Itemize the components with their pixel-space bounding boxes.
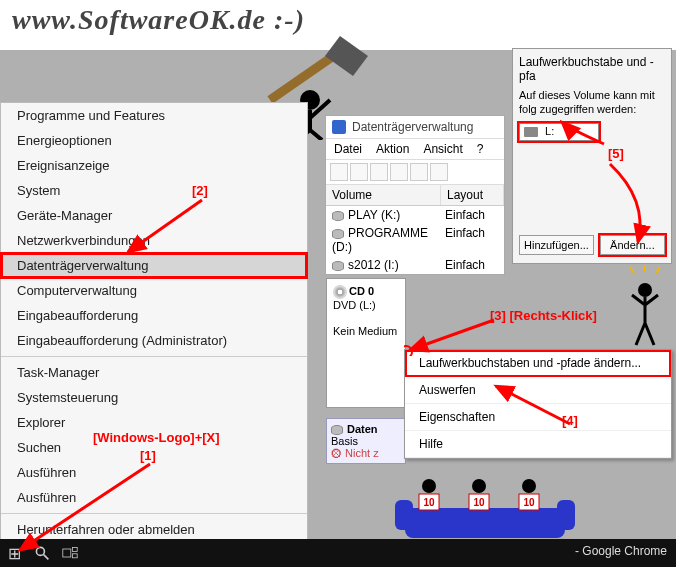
chrome-titlebar[interactable]: - Google Chrome (575, 544, 667, 558)
winx-run-2[interactable]: Ausführen (1, 485, 307, 510)
col-layout[interactable]: Layout (441, 185, 504, 205)
col-volume[interactable]: Volume (326, 185, 441, 205)
context-menu: Laufwerkbuchstaben und -pfade ändern... … (404, 349, 672, 459)
cd-title: CD 0 (349, 285, 374, 297)
menu-bar: Datei Aktion Ansicht ? (326, 138, 504, 160)
site-url: www.SoftwareOK.de :-) (12, 4, 305, 35)
svg-point-12 (422, 479, 436, 493)
volume-icon (332, 211, 344, 221)
winx-power-options[interactable]: Energieoptionen (1, 128, 307, 153)
winx-control-panel[interactable]: Systemsteuerung (1, 385, 307, 410)
change-button[interactable]: Ändern... (600, 235, 665, 255)
svg-line-5 (44, 555, 49, 560)
daten-sub: Basis (331, 435, 401, 447)
winx-system[interactable]: System (1, 178, 307, 203)
svg-rect-6 (63, 549, 71, 557)
winx-network-connections[interactable]: Netzwerkverbindungen (1, 228, 307, 253)
drive-letter: L: (545, 125, 554, 137)
svg-text:10: 10 (423, 497, 435, 508)
menu-action[interactable]: Aktion (376, 142, 409, 156)
svg-line-0 (270, 48, 345, 100)
stickfigures-couch: 10 10 10 (395, 478, 575, 548)
svg-rect-10 (395, 500, 413, 530)
separator (1, 513, 307, 514)
menu-view[interactable]: Ansicht (423, 142, 462, 156)
svg-rect-11 (557, 500, 575, 530)
disk-icon (331, 425, 343, 435)
drive-list-entry[interactable]: L: (519, 123, 599, 141)
svg-rect-13 (419, 494, 439, 510)
winx-event-viewer[interactable]: Ereignisanzeige (1, 153, 307, 178)
dialog-title: Laufwerkbuchstabe und -pfa (519, 55, 665, 83)
cd-drive-panel[interactable]: CD 0 DVD (L:) Kein Medium (326, 278, 406, 408)
svg-point-4 (36, 547, 44, 555)
tb-panes-icon[interactable] (390, 163, 408, 181)
cm-change-drive-letter[interactable]: Laufwerkbuchstaben und -pfade ändern... (405, 350, 671, 377)
daten-title: Daten (347, 423, 378, 435)
tb-refresh-icon[interactable] (370, 163, 388, 181)
winx-run[interactable]: Ausführen (1, 460, 307, 485)
cd-icon (333, 285, 347, 299)
winx-device-manager[interactable]: Geräte-Manager (1, 203, 307, 228)
drive-icon (524, 127, 538, 137)
disk-mgmt-window: Datenträgerverwaltung Datei Aktion Ansic… (325, 115, 505, 275)
cm-eject[interactable]: Auswerfen (405, 377, 671, 404)
cm-properties[interactable]: Eigenschaften (405, 404, 671, 431)
winx-cmd-admin[interactable]: Eingabeaufforderung (Administrator) (1, 328, 307, 353)
toolbar (326, 160, 504, 185)
svg-rect-9 (405, 508, 565, 538)
cm-help[interactable]: Hilfe (405, 431, 671, 458)
svg-rect-8 (72, 554, 77, 558)
search-icon[interactable] (28, 539, 56, 567)
svg-text:10: 10 (473, 497, 485, 508)
table-row[interactable]: PLAY (K:) Einfach (326, 206, 504, 224)
svg-point-15 (472, 479, 486, 493)
tb-help-icon[interactable] (430, 163, 448, 181)
winx-computer-management[interactable]: Computerverwaltung (1, 278, 307, 303)
cd-status: Kein Medium (333, 325, 399, 337)
svg-text:10: 10 (523, 497, 535, 508)
winx-cmd[interactable]: Eingabeaufforderung (1, 303, 307, 328)
tb-fwd-icon[interactable] (350, 163, 368, 181)
svg-rect-16 (469, 494, 489, 510)
winx-programs-features[interactable]: Programme und Features (1, 103, 307, 128)
drive-letter-dialog: Laufwerkbuchstabe und -pfa Auf dieses Vo… (512, 48, 672, 264)
taskview-icon[interactable] (56, 539, 84, 567)
window-title: Datenträgerverwaltung (352, 120, 473, 134)
volume-icon (332, 229, 344, 239)
volume-icon (332, 261, 344, 271)
page-header: www.SoftwareOK.de :-) (0, 0, 676, 50)
anno-3: [3] [Rechts-Klick] (490, 308, 597, 323)
table-row[interactable]: PROGRAMME (D:) Einfach (326, 224, 504, 256)
separator (1, 356, 307, 357)
daten-stat: Nicht z (345, 447, 379, 459)
winx-menu: Programme und Features Energieoptionen E… (0, 102, 308, 540)
winx-task-manager[interactable]: Task-Manager (1, 360, 307, 385)
menu-file[interactable]: Datei (334, 142, 362, 156)
disk-panel[interactable]: Daten Basis ⮿ Nicht z (326, 418, 406, 464)
winx-explorer[interactable]: Explorer (1, 410, 307, 435)
tb-back-icon[interactable] (330, 163, 348, 181)
tb-props-icon[interactable] (410, 163, 428, 181)
add-button[interactable]: Hinzufügen... (519, 235, 594, 255)
svg-point-3 (638, 283, 652, 297)
cd-drive-letter: DVD (L:) (333, 299, 399, 311)
svg-point-18 (522, 479, 536, 493)
svg-rect-19 (519, 494, 539, 510)
menu-help[interactable]: ? (477, 142, 484, 156)
winx-search[interactable]: Suchen (1, 435, 307, 460)
dialog-body: Auf dieses Volume kann mit folg zugegrif… (519, 89, 665, 117)
taskbar: ⊞ - Google Chrome (0, 539, 676, 567)
disk-icon (332, 120, 346, 134)
table-row[interactable]: s2012 (I:) Einfach (326, 256, 504, 274)
stickfigure-idea (620, 265, 670, 355)
winx-disk-management[interactable]: Datenträgerverwaltung (1, 253, 307, 278)
svg-rect-7 (72, 547, 77, 551)
start-button[interactable]: ⊞ (0, 539, 28, 567)
